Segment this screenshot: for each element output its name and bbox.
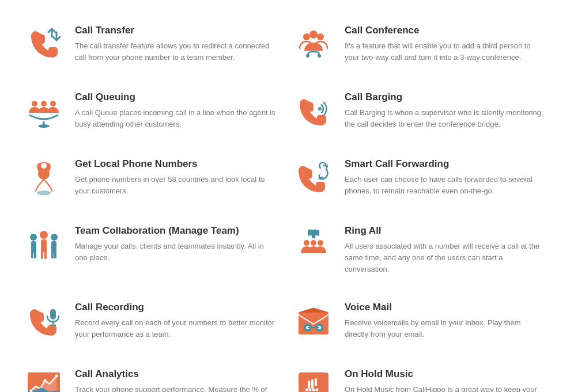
on-hold-music-desc: On Hold Music from CallHippo is a great …	[345, 384, 546, 392]
smart-forwarding-title: Smart Call Forwarding	[345, 158, 546, 170]
call-barging-title: Call Barging	[345, 91, 546, 104]
local-numbers-icon	[23, 158, 65, 199]
smart-forwarding-icon	[293, 158, 334, 199]
call-conference-text: Call Conference It's a feature that will…	[345, 24, 546, 63]
on-hold-music-title: On Hold Music	[345, 368, 546, 380]
svg-point-16	[30, 234, 37, 241]
voice-mail-icon	[293, 301, 334, 342]
call-recording-desc: Record every call on each of your number…	[75, 317, 277, 340]
svg-point-13	[41, 163, 47, 169]
svg-point-10	[318, 107, 322, 111]
call-barging-icon	[293, 91, 334, 132]
feature-call-conference: Call Conference It's a feature that will…	[287, 12, 557, 78]
ring-all-icon	[293, 224, 334, 266]
feature-team-collaboration: Team Collaboration (Manage Team) Manage …	[17, 212, 287, 288]
svg-rect-44	[311, 379, 314, 389]
team-collaboration-text: Team Collaboration (Manage Team) Manage …	[75, 224, 277, 264]
feature-voice-mail: Voice Mail Receive voicemails by email i…	[287, 288, 557, 355]
call-barging-desc: Call Barging is when a supervisor who is…	[345, 107, 546, 130]
call-conference-desc: It's a feature that will enable you to a…	[345, 40, 546, 63]
svg-point-5	[32, 101, 37, 106]
call-conference-icon	[293, 24, 334, 66]
voice-mail-title: Voice Mail	[345, 301, 546, 314]
local-numbers-title: Get Local Phone Numbers	[75, 158, 277, 170]
feature-local-numbers: Get Local Phone Numbers Get phone number…	[17, 145, 287, 212]
svg-rect-46	[308, 380, 310, 389]
call-analytics-desc: Track your phone support performance. Me…	[75, 384, 277, 392]
call-recording-title: Call Recording	[75, 301, 277, 314]
feature-smart-forwarding: Smart Call Forwarding Each user can choo…	[287, 145, 557, 212]
svg-rect-24	[34, 252, 36, 258]
call-queuing-icon	[23, 91, 65, 132]
svg-point-47	[305, 388, 308, 391]
svg-point-9	[38, 124, 50, 128]
feature-call-analytics: Call Analytics Track your phone support …	[17, 355, 287, 392]
svg-rect-45	[315, 378, 317, 386]
feature-call-recording: Call Recording Record every call on each…	[17, 288, 287, 355]
svg-rect-27	[312, 235, 315, 238]
svg-rect-21	[41, 251, 43, 259]
svg-rect-26	[54, 252, 56, 258]
svg-point-4	[318, 54, 321, 58]
ring-all-title: Ring All	[345, 224, 546, 237]
svg-point-29	[311, 240, 316, 246]
feature-call-barging: Call Barging Call Barging is when a supe…	[287, 78, 557, 145]
feature-call-queuing: Call Queuing A call Queue places incomin…	[17, 78, 287, 145]
smart-forwarding-text: Smart Call Forwarding Each user can choo…	[345, 158, 546, 197]
ring-all-text: Ring All All users associated with a num…	[345, 224, 546, 276]
svg-point-50	[316, 388, 319, 391]
on-hold-music-icon: ♪	[293, 368, 334, 392]
svg-point-3	[306, 54, 309, 58]
features-grid: Call Transfer The call transfer feature …	[17, 12, 557, 392]
call-recording-icon	[23, 301, 65, 342]
call-conference-title: Call Conference	[345, 24, 546, 37]
call-analytics-title: Call Analytics	[75, 368, 277, 380]
svg-rect-25	[51, 252, 54, 258]
team-collaboration-icon	[23, 224, 65, 266]
call-transfer-desc: The call transfer feature allows you to …	[75, 40, 277, 63]
call-transfer-icon	[23, 24, 65, 66]
svg-point-15	[40, 231, 48, 239]
call-queuing-desc: A call Queue places incoming call in a l…	[75, 107, 277, 130]
svg-rect-19	[31, 241, 36, 253]
ring-all-desc: All users associated with a number will …	[345, 241, 546, 275]
call-analytics-icon	[23, 368, 65, 392]
call-queuing-title: Call Queuing	[75, 91, 277, 104]
svg-point-48	[309, 388, 312, 391]
call-barging-text: Call Barging Call Barging is when a supe…	[345, 91, 546, 130]
call-transfer-title: Call Transfer	[75, 24, 277, 37]
voice-mail-desc: Receive voicemails by email in your inbo…	[345, 317, 546, 340]
svg-point-28	[304, 240, 309, 246]
local-numbers-desc: Get phone numbers in over 58 countries a…	[75, 174, 277, 197]
feature-ring-all: Ring All All users associated with a num…	[287, 212, 557, 288]
call-analytics-text: Call Analytics Track your phone support …	[75, 368, 277, 392]
feature-on-hold-music: ♪ On Hold Music On Hold Music from CallH…	[287, 355, 557, 392]
svg-point-7	[50, 101, 56, 106]
team-collaboration-title: Team Collaboration (Manage Team)	[75, 224, 277, 237]
smart-forwarding-desc: Each user can choose to have calls forwa…	[345, 174, 546, 197]
svg-point-43	[55, 374, 58, 377]
svg-point-6	[41, 101, 47, 106]
team-collaboration-desc: Manage your calls, clients and teammates…	[75, 241, 277, 264]
feature-call-transfer: Call Transfer The call transfer feature …	[17, 12, 287, 78]
svg-rect-23	[31, 252, 33, 258]
svg-point-1	[309, 31, 318, 39]
svg-point-42	[44, 379, 47, 382]
svg-point-30	[318, 240, 323, 246]
local-numbers-text: Get Local Phone Numbers Get phone number…	[75, 158, 277, 197]
svg-point-17	[51, 234, 58, 241]
svg-rect-31	[50, 309, 56, 319]
svg-point-0	[303, 33, 310, 40]
svg-point-41	[30, 389, 33, 392]
svg-rect-18	[41, 239, 47, 252]
svg-point-14	[37, 191, 51, 195]
on-hold-music-text: On Hold Music On Hold Music from CallHip…	[345, 368, 546, 392]
call-transfer-text: Call Transfer The call transfer feature …	[75, 24, 277, 63]
svg-point-49	[312, 388, 315, 391]
svg-point-2	[317, 33, 324, 40]
voice-mail-text: Voice Mail Receive voicemails by email i…	[345, 301, 546, 340]
svg-rect-20	[51, 241, 56, 253]
call-queuing-text: Call Queuing A call Queue places incomin…	[75, 91, 277, 130]
call-recording-text: Call Recording Record every call on each…	[75, 301, 277, 340]
svg-rect-22	[44, 251, 47, 259]
